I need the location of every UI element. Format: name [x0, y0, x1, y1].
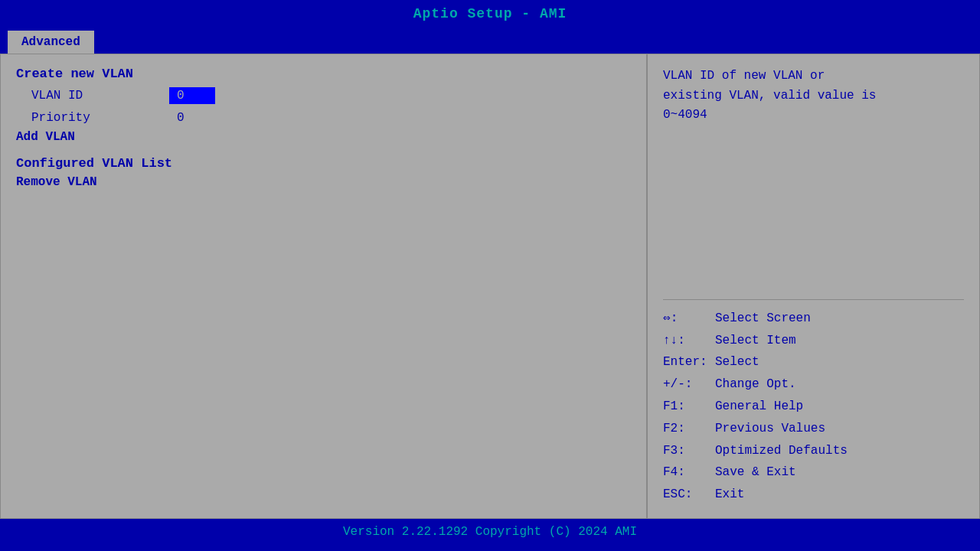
key-label: F4:	[663, 461, 709, 484]
key-label: ESC:	[663, 484, 709, 506]
key-row: F2:Previous Values	[663, 418, 964, 440]
key-label: F3:	[663, 440, 709, 462]
key-label: ↑↓:	[663, 330, 709, 352]
key-action: Save & Exit	[715, 461, 796, 484]
create-section-label: Create new VLAN	[16, 67, 631, 81]
key-help: ⇔:Select Screen↑↓:Select ItemEnter:Selec…	[663, 308, 964, 506]
key-row: +/-:Change Opt.	[663, 373, 964, 396]
add-vlan-item[interactable]: Add VLAN	[16, 130, 631, 144]
info-line1: VLAN ID of new VLAN or	[663, 67, 964, 86]
footer-text: Version 2.22.1292 Copyright (C) 2024 AMI	[343, 525, 637, 539]
key-action: Select Screen	[715, 308, 811, 330]
key-action: Select Item	[715, 330, 796, 352]
left-panel: Create new VLAN VLAN ID 0 Priority 0 Add…	[0, 54, 647, 519]
key-row: ↑↓:Select Item	[663, 330, 964, 352]
key-row: ⇔:Select Screen	[663, 308, 964, 330]
priority-row: Priority 0	[16, 109, 631, 127]
key-action: Change Opt.	[715, 373, 796, 396]
key-row: Enter:Select	[663, 351, 964, 373]
divider	[663, 299, 964, 300]
info-line3: 0~4094	[663, 106, 964, 126]
vlan-id-label: VLAN ID	[16, 89, 169, 103]
footer: Version 2.22.1292 Copyright (C) 2024 AMI	[0, 519, 980, 545]
key-row: F1:General Help	[663, 396, 964, 418]
tab-advanced[interactable]: Advanced	[8, 31, 94, 54]
key-row: ESC:Exit	[663, 484, 964, 506]
key-label: Enter:	[663, 351, 709, 373]
priority-value: 0	[169, 110, 215, 126]
title-bar: Aptio Setup - AMI	[0, 0, 980, 28]
right-panel: VLAN ID of new VLAN or existing VLAN, va…	[647, 54, 980, 519]
key-action: General Help	[715, 396, 803, 418]
key-action: Previous Values	[715, 418, 825, 440]
vlan-id-row: VLAN ID 0	[16, 86, 631, 106]
configured-section-label: Configured VLAN List	[16, 156, 631, 171]
key-label: F1:	[663, 396, 709, 418]
remove-vlan-item[interactable]: Remove VLAN	[16, 175, 631, 189]
priority-label: Priority	[16, 111, 169, 125]
key-label: +/-:	[663, 373, 709, 396]
info-line2: existing VLAN, valid value is	[663, 86, 964, 106]
key-action: Select	[715, 351, 760, 373]
key-action: Optimized Defaults	[715, 440, 848, 462]
key-action: Exit	[715, 484, 744, 506]
app-title: Aptio Setup - AMI	[413, 6, 567, 21]
key-label: F2:	[663, 418, 709, 440]
key-row: F4:Save & Exit	[663, 461, 964, 484]
vlan-id-value[interactable]: 0	[169, 87, 215, 104]
main-content: Create new VLAN VLAN ID 0 Priority 0 Add…	[0, 54, 980, 519]
right-info: VLAN ID of new VLAN or existing VLAN, va…	[663, 67, 964, 292]
key-row: F3:Optimized Defaults	[663, 440, 964, 462]
key-label: ⇔:	[663, 308, 709, 330]
tab-bar: Advanced	[0, 28, 980, 54]
